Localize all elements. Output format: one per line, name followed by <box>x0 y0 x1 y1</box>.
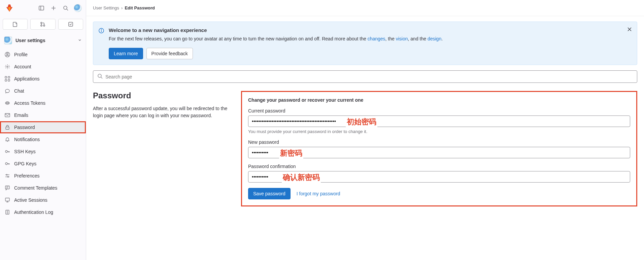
merge-request-button[interactable] <box>30 19 55 30</box>
save-password-button[interactable]: Save password <box>248 188 291 199</box>
comment-icon <box>5 185 10 191</box>
sidebar-item-label: Access Tokens <box>14 100 45 106</box>
new-password-input[interactable] <box>248 147 630 158</box>
search-input[interactable] <box>105 74 633 79</box>
monitor-icon <box>5 197 10 203</box>
sidebar-item-authentication-log[interactable]: Authentication Log <box>0 206 86 218</box>
link-changes[interactable]: changes <box>368 36 385 41</box>
form-heading: Change your password or recover your cur… <box>248 97 630 103</box>
search-icon[interactable] <box>60 3 71 13</box>
sidebar-item-label: Comment Templates <box>14 185 57 191</box>
nav-list: Profile Account Applications Chat Access… <box>0 47 86 220</box>
chat-icon <box>5 88 10 94</box>
svg-point-12 <box>7 66 8 67</box>
mail-icon <box>5 112 10 118</box>
key-icon <box>5 161 10 166</box>
svg-rect-13 <box>5 76 7 78</box>
breadcrumb-separator: › <box>121 5 123 10</box>
svg-point-8 <box>43 25 45 26</box>
breadcrumb-current: Edit Password <box>125 5 155 10</box>
confirm-password-label: Password confirmation <box>248 164 630 169</box>
plus-icon[interactable] <box>48 3 59 13</box>
svg-point-4 <box>64 6 67 9</box>
learn-more-button[interactable]: Learn more <box>109 48 143 59</box>
svg-rect-14 <box>8 76 10 78</box>
link-design[interactable]: design <box>428 36 441 41</box>
log-icon <box>5 209 10 215</box>
preferences-icon <box>5 173 10 178</box>
sidebar-item-gpg-keys[interactable]: GPG Keys <box>0 158 86 170</box>
sidebar-item-label: Active Sessions <box>14 197 47 203</box>
provide-feedback-button[interactable]: Provide feedback <box>146 48 193 59</box>
current-password-label: Current password <box>248 108 630 113</box>
search-icon <box>97 73 103 80</box>
sidebar-item-access-tokens[interactable]: Access Tokens <box>0 97 86 109</box>
sidebar-item-comment-templates[interactable]: Comment Templates <box>0 182 86 194</box>
new-password-label: New password <box>248 139 630 145</box>
quick-actions <box>0 16 86 34</box>
sidebar-item-account[interactable]: Account <box>0 61 86 73</box>
banner-text: For the next few releases, you can go to… <box>109 35 632 42</box>
sidebar-item-password[interactable]: Password <box>0 121 86 133</box>
token-icon <box>5 100 10 106</box>
svg-rect-22 <box>6 127 9 129</box>
sidebar-item-label: Password <box>14 125 35 130</box>
svg-point-7 <box>41 25 42 26</box>
sidebar-item-label: GPG Keys <box>14 161 36 166</box>
user-icon <box>5 52 10 57</box>
sidebar-item-label: Chat <box>14 88 24 94</box>
lock-icon <box>5 125 10 130</box>
sidebar-item-profile[interactable]: Profile <box>0 48 86 61</box>
svg-point-28 <box>8 176 9 177</box>
breadcrumb-root[interactable]: User Settings <box>93 5 119 10</box>
sidebar-item-label: Authentication Log <box>14 209 53 215</box>
link-vision[interactable]: vision <box>396 36 408 41</box>
sidebar-item-label: Applications <box>14 76 40 82</box>
page-description: After a successful password update, you … <box>93 105 228 119</box>
page-title: Password <box>93 91 228 100</box>
sidebar-item-label: Profile <box>14 52 28 57</box>
svg-point-23 <box>5 151 7 153</box>
svg-rect-15 <box>5 79 7 81</box>
svg-rect-16 <box>8 79 10 81</box>
confirm-password-input[interactable] <box>248 171 630 183</box>
sidebar-item-label: Notifications <box>14 137 40 142</box>
panel-icon[interactable] <box>36 3 47 13</box>
gitlab-logo[interactable] <box>3 4 16 12</box>
sidebar-item-active-sessions[interactable]: Active Sessions <box>0 194 86 206</box>
info-banner: Welcome to a new navigation experience F… <box>93 22 637 65</box>
current-password-hint: You must provide your current password i… <box>248 129 630 134</box>
svg-line-5 <box>67 9 68 10</box>
svg-point-44 <box>98 74 101 77</box>
svg-point-18 <box>6 103 7 103</box>
context-switcher[interactable]: User settings <box>0 34 86 47</box>
user-avatar[interactable] <box>72 3 83 13</box>
gear-icon <box>5 64 10 69</box>
search-box[interactable] <box>93 70 637 83</box>
sidebar-top <box>0 0 86 16</box>
svg-point-20 <box>8 103 9 103</box>
sidebar-item-label: Emails <box>14 112 28 118</box>
svg-line-45 <box>101 77 102 78</box>
sidebar-item-notifications[interactable]: Notifications <box>0 133 86 145</box>
main-content: User Settings › Edit Password Welcome to… <box>86 0 644 260</box>
svg-point-24 <box>5 163 7 165</box>
context-avatar <box>4 36 12 44</box>
svg-rect-32 <box>5 198 9 201</box>
sidebar-item-ssh-keys[interactable]: SSH Keys <box>0 145 86 158</box>
chevron-down-icon <box>78 38 82 43</box>
todo-button[interactable] <box>58 19 83 30</box>
svg-rect-0 <box>39 6 44 10</box>
sidebar-item-chat[interactable]: Chat <box>0 85 86 97</box>
sidebar-item-applications[interactable]: Applications <box>0 73 86 85</box>
svg-point-11 <box>7 53 8 55</box>
close-icon[interactable] <box>627 27 632 33</box>
svg-rect-21 <box>5 113 10 117</box>
current-password-input[interactable] <box>248 116 630 127</box>
context-label: User settings <box>15 38 74 43</box>
sidebar-item-emails[interactable]: Emails <box>0 109 86 121</box>
new-issue-button[interactable] <box>3 19 28 30</box>
forgot-password-link[interactable]: I forgot my password <box>297 191 340 196</box>
bell-icon <box>5 137 10 142</box>
sidebar-item-preferences[interactable]: Preferences <box>0 170 86 182</box>
